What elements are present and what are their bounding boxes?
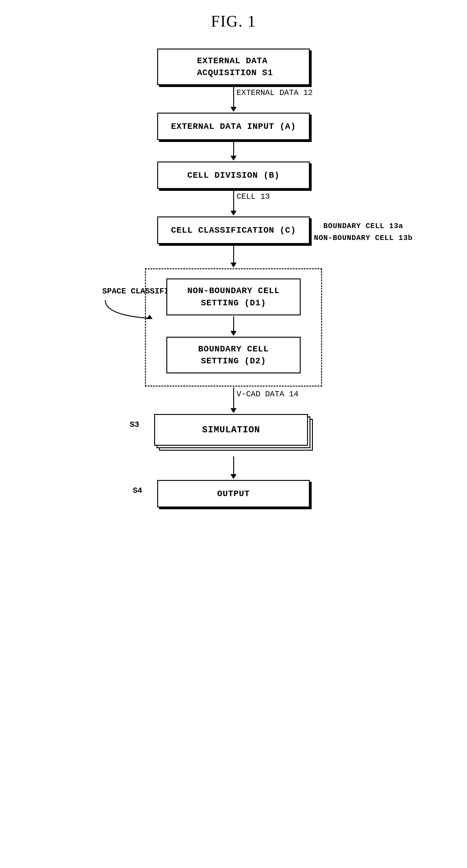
arrow-3: CELL 13 bbox=[230, 189, 237, 216]
boundary-setting-box: BOUNDARY CELL SETTING (D2) bbox=[166, 337, 301, 373]
simulation-box: SIMULATION bbox=[154, 414, 308, 446]
external-data-acq-box: EXTERNAL DATA ACQUISITION S1 bbox=[157, 49, 310, 85]
diagram: EXTERNAL DATA ACQUISITION S1 EXTERNAL DA… bbox=[96, 49, 371, 507]
non-boundary-setting-box: NON-BOUNDARY CELL SETTING (D1) bbox=[166, 278, 301, 315]
non-boundary-cell-label: NON-BOUNDARY CELL 13b bbox=[314, 232, 413, 244]
arrow-1: EXTERNAL DATA 12 bbox=[230, 85, 237, 113]
output-box: OUTPUT bbox=[157, 480, 310, 507]
simulation-wrapper: SIMULATION bbox=[154, 414, 313, 451]
arrow-6 bbox=[230, 456, 237, 480]
external-data-acq-label: EXTERNAL DATA ACQUISITION S1 bbox=[194, 55, 273, 79]
vcad-data-label: V-CAD DATA 14 bbox=[237, 390, 299, 399]
non-boundary-setting-label: NON-BOUNDARY CELL SETTING (D1) bbox=[187, 285, 280, 309]
cell-division-box: CELL DIVISION (B) bbox=[157, 161, 310, 189]
s4-label: S4 bbox=[133, 486, 142, 495]
s3-label: S3 bbox=[130, 420, 139, 429]
dashed-classification-box: NON-BOUNDARY CELL SETTING (D1) BOUNDARY … bbox=[145, 268, 322, 386]
external-data-label: EXTERNAL DATA 12 bbox=[237, 88, 313, 97]
output-section: S4 OUTPUT bbox=[157, 480, 310, 507]
cell-13-label: CELL 13 bbox=[237, 192, 270, 201]
arrow-inner bbox=[230, 315, 237, 337]
page-title: FIG. 1 bbox=[211, 12, 256, 30]
cell-classification-label: CELL CLASSIFICATION (C) bbox=[171, 224, 296, 236]
boundary-labels: BOUNDARY CELL 13a NON-BOUNDARY CELL 13b bbox=[314, 220, 413, 244]
simulation-section: S3 SIMULATION bbox=[154, 414, 313, 451]
external-data-input-box: EXTERNAL DATA INPUT (A) bbox=[157, 113, 310, 140]
space-classification-section: SPACE CLASSIFICATION STEP (D) NON-BOUNDA… bbox=[96, 268, 371, 386]
cell-division-label: CELL DIVISION (B) bbox=[187, 169, 280, 181]
arrow-5: V-CAD DATA 14 bbox=[230, 386, 237, 414]
boundary-cell-label: BOUNDARY CELL 13a bbox=[314, 220, 413, 232]
external-data-input-label: EXTERNAL DATA INPUT (A) bbox=[171, 121, 296, 132]
arrow-4 bbox=[230, 244, 237, 268]
output-label: OUTPUT bbox=[217, 488, 250, 500]
arrow-2 bbox=[230, 140, 237, 161]
cell-classification-box: CELL CLASSIFICATION (C) BOUNDARY CELL 13… bbox=[157, 216, 310, 244]
boundary-setting-label: BOUNDARY CELL SETTING (D2) bbox=[198, 343, 269, 367]
simulation-label: SIMULATION bbox=[202, 425, 260, 435]
